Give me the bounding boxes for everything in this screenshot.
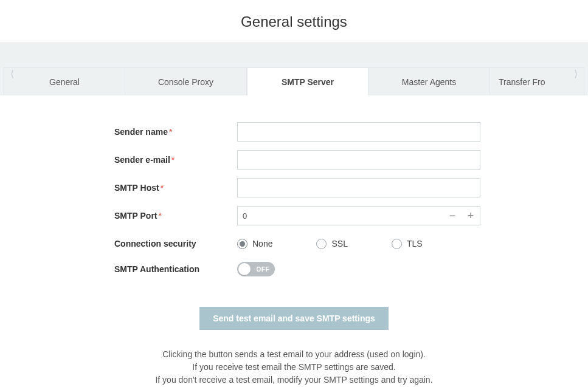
tab-label: SMTP Server <box>282 77 334 87</box>
stepper-increment[interactable]: + <box>462 207 480 225</box>
sender-name-input[interactable] <box>237 122 480 142</box>
label-smtp-host: SMTP Host* <box>4 183 237 193</box>
smtp-auth-toggle[interactable]: OFF <box>237 262 275 276</box>
tab-label: General <box>49 77 80 87</box>
required-mark: * <box>171 155 175 165</box>
send-test-email-button[interactable]: Send test email and save SMTP settings <box>199 307 389 330</box>
label-sender-name: Sender name* <box>4 127 237 137</box>
radio-circle-icon <box>237 239 247 249</box>
stepper-decrement[interactable]: − <box>443 207 462 225</box>
toggle-knob-icon <box>238 263 251 275</box>
page-title: General settings <box>0 0 588 43</box>
hint-text: Clicking the button sends a test email t… <box>4 348 584 386</box>
smtp-port-stepper: − + <box>237 206 480 225</box>
radio-label: SSL <box>331 239 347 248</box>
hint-line-1: Clicking the button sends a test email t… <box>4 348 584 361</box>
label-connection-security: Connection security <box>4 239 237 248</box>
tabs: General Console Proxy SMTP Server Master… <box>4 67 584 95</box>
tabs-scroll-left[interactable]: ⟨ <box>6 68 18 80</box>
radio-circle-icon <box>392 239 402 249</box>
radio-circle-icon <box>316 239 327 249</box>
required-mark: * <box>169 127 172 137</box>
action-area: Send test email and save SMTP settings <box>4 307 584 330</box>
required-mark: * <box>159 211 162 221</box>
label-text: SMTP Authentication <box>114 264 199 274</box>
smtp-settings-panel: Sender name* Sender e-mail* SMTP Host* S… <box>4 95 584 387</box>
tab-label: Console Proxy <box>158 77 213 87</box>
row-smtp-auth: SMTP Authentication OFF <box>4 262 584 276</box>
row-sender-email: Sender e-mail* <box>4 150 584 170</box>
toggle-state-text: OFF <box>257 266 270 273</box>
label-text: SMTP Host <box>114 183 159 193</box>
label-text: Connection security <box>114 239 196 248</box>
radio-dot-icon <box>240 241 245 247</box>
radio-label: None <box>252 239 272 248</box>
hint-line-2: If you receive test email the SMTP setti… <box>4 361 584 374</box>
label-text: Sender name <box>114 127 168 137</box>
tab-smtp-server[interactable]: SMTP Server <box>247 67 368 95</box>
hint-line-3: If you don't receive a test email, modif… <box>4 374 584 386</box>
label-text: Sender e-mail <box>114 155 170 165</box>
label-smtp-port: SMTP Port* <box>4 211 237 221</box>
smtp-port-input[interactable] <box>238 207 443 225</box>
tabs-scroll-right[interactable]: ⟩ <box>570 68 582 80</box>
smtp-host-input[interactable] <box>237 178 480 197</box>
tab-console-proxy[interactable]: Console Proxy <box>125 67 247 95</box>
tab-label: Transfer Fro <box>499 77 545 87</box>
row-sender-name: Sender name* <box>4 122 584 142</box>
tabs-container: ⟨ General Console Proxy SMTP Server Mast… <box>0 43 588 95</box>
row-smtp-host: SMTP Host* <box>4 178 584 197</box>
tab-master-agents[interactable]: Master Agents <box>368 67 490 95</box>
row-connection-security: Connection security None SSL TLS <box>4 234 584 253</box>
tab-label: Master Agents <box>402 77 457 87</box>
required-mark: * <box>161 183 164 193</box>
label-text: SMTP Port <box>114 211 157 221</box>
label-sender-email: Sender e-mail* <box>4 155 237 165</box>
radio-ssl[interactable]: SSL <box>316 239 347 249</box>
label-smtp-auth: SMTP Authentication <box>4 264 237 274</box>
row-smtp-port: SMTP Port* − + <box>4 206 584 225</box>
radio-none[interactable]: None <box>237 239 272 249</box>
sender-email-input[interactable] <box>237 150 480 170</box>
connection-security-radios: None SSL TLS <box>237 234 480 253</box>
tab-general[interactable]: General <box>4 67 125 95</box>
radio-label: TLS <box>407 239 423 248</box>
radio-tls[interactable]: TLS <box>392 239 423 249</box>
